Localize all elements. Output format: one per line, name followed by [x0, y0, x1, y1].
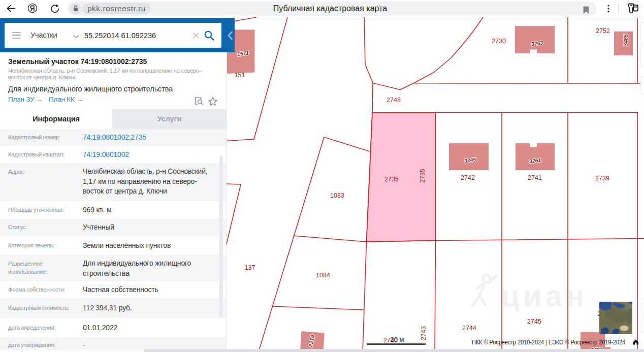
browser-menu-icon[interactable] — [604, 2, 613, 15]
parcel-label-2752: 2752 — [596, 27, 610, 35]
security-chip[interactable] — [70, 3, 81, 14]
parcel-label-2739: 2739 — [595, 175, 609, 182]
row-value: Челябинская область, р-н Сосновский, 1,1… — [83, 167, 221, 197]
row-label: Адрес: — [8, 168, 82, 176]
browser-toolbar: Публичная кадастровая карта pkk.rosreest… — [0, 0, 644, 17]
row-value: Для индивидуального жилищного строительс… — [83, 259, 221, 278]
row-label: дата утверждения: — [8, 341, 82, 349]
plan-preview-icon[interactable] — [195, 97, 205, 107]
building-label-3465: 3465 — [623, 34, 629, 46]
map-attribution: ПКК © Росреестр 2010-2024 | ЕЭКО © Росре… — [472, 339, 625, 346]
panel-tabs: Информация Услуги — [0, 109, 227, 129]
row-value-link[interactable]: 74:19:0801002:2735 — [83, 133, 221, 143]
parcel-label-137: 137 — [245, 264, 255, 271]
row-value: Частная собственность — [83, 285, 221, 295]
search-icon[interactable] — [203, 29, 216, 42]
parcel-usage-text: Для индивидуального жилищного строительс… — [8, 85, 227, 93]
parcel-info-panel: Земельный участок 74:19:0801002:2735 Чел… — [0, 53, 227, 352]
parcel-label-2748: 2748 — [387, 97, 401, 104]
chevron-down-icon[interactable] — [73, 34, 80, 39]
row-label: дата определения: — [8, 324, 82, 332]
domain-chip[interactable]: pkk.rosreestr.ru — [82, 3, 151, 14]
browser-window: циан — [0, 0, 644, 352]
row-label: Кадастровый номер: — [8, 134, 82, 142]
parcel-label-2735: 2735 — [384, 176, 399, 183]
collapse-panel-icon[interactable] — [227, 31, 233, 40]
table-row: Площадь уточненная:969 кв. м — [0, 201, 227, 218]
parcel-label-2741: 2741 — [528, 174, 542, 181]
lock-icon — [70, 3, 81, 14]
row-label: Кадастровый квартал: — [8, 151, 82, 159]
plan-kk-link[interactable]: План КК → — [49, 95, 83, 103]
panel-scrollbar[interactable] — [219, 156, 223, 318]
parcel-title: Земельный участок 74:19:0801002:2735 — [8, 57, 227, 66]
yandex-icon[interactable] — [27, 3, 38, 13]
row-value: Земли населённых пунктов — [83, 241, 221, 251]
tabs-panel-icon[interactable] — [625, 2, 638, 16]
parcel-label-2735: 2735 — [419, 169, 426, 183]
search-category-select[interactable]: Участки — [30, 23, 57, 48]
parcel-label-1084: 1084 — [316, 272, 330, 279]
row-label: Площадь уточненная: — [8, 206, 82, 214]
table-row: Кадастровая стоимость:112 394,31 руб. — [0, 298, 227, 318]
horizontal-scrollbar-thumb[interactable] — [144, 349, 644, 352]
parcel-attributes-table: Кадастровый номер:74:19:0801002:2735Када… — [0, 129, 227, 352]
parcel-label-151: 151 — [235, 72, 245, 79]
row-label: Статус: — [8, 223, 82, 232]
row-value: 969 кв. м — [83, 205, 221, 215]
parcel-label-2743: 2743 — [420, 326, 427, 340]
table-row: Кадастровый номер:74:19:0801002:2735 — [0, 129, 227, 146]
row-label: Разрешенное использование: — [8, 260, 82, 276]
row-value-link[interactable]: 74:19:0801002 — [83, 150, 221, 160]
table-row: Форма собственности:Частная собственност… — [0, 281, 227, 298]
table-row: Статус:Учтенный — [0, 218, 227, 236]
table-row: Адрес:Челябинская область, р-н Сосновски… — [0, 163, 227, 201]
parcel-label-2745: 2745 — [527, 318, 541, 325]
svg-text:20 м: 20 м — [390, 336, 404, 343]
search-box: Участки 55.252014 61.092236 — [5, 23, 221, 48]
table-row: Категория земель:Земли населённых пункто… — [0, 236, 227, 255]
bookmark-icon[interactable] — [582, 6, 590, 15]
search-panel: Участки 55.252014 61.092236 — [0, 18, 235, 52]
ya-letter — [30, 6, 34, 11]
back-icon[interactable] — [7, 4, 16, 13]
row-value: Учтенный — [83, 222, 221, 233]
row-label: Категория земель: — [8, 242, 82, 250]
svg-text:циан: циан — [501, 279, 588, 313]
horizontal-scrollbar[interactable] — [0, 349, 644, 352]
table-row: дата определения:01.01.2022 — [0, 318, 227, 337]
tab-services[interactable]: Услуги — [112, 109, 227, 129]
favorite-star-icon[interactable] — [208, 97, 218, 107]
parcel-label-2730: 2730 — [492, 38, 506, 45]
table-row: Кадастровый квартал:74:19:0801002 — [0, 146, 227, 164]
search-input[interactable]: 55.252014 61.092236 — [84, 23, 156, 48]
plan-zu-link[interactable]: План ЗУ → — [8, 95, 43, 103]
parcel-label-1083: 1083 — [330, 192, 344, 199]
url-text: pkk.rosreestr.ru — [87, 4, 146, 13]
parcel-label-2742: 2742 — [461, 174, 475, 181]
parcel-address-subtitle: Челябинская область, р-н Сосновский, 1,1… — [8, 67, 227, 81]
toolbar-divider — [618, 4, 619, 13]
table-row: Разрешенное использование:Для индивидуал… — [0, 255, 227, 281]
building-3263[interactable] — [515, 26, 555, 53]
row-label: Кадастровая стоимость: — [8, 304, 82, 312]
address-bar[interactable]: Публичная кадастровая карта pkk.rosreest… — [68, 2, 597, 16]
clear-icon[interactable] — [192, 32, 200, 39]
parcel-label-2744: 2744 — [462, 325, 476, 332]
menu-icon[interactable] — [12, 32, 21, 39]
tab-information[interactable]: Информация — [0, 109, 112, 129]
overview-map-thumbnail[interactable] — [599, 301, 634, 339]
refresh-icon[interactable] — [50, 4, 59, 13]
row-value: 112 394,31 руб. — [83, 303, 221, 313]
building-3261[interactable] — [516, 143, 555, 170]
row-label: Форма собственности: — [8, 286, 82, 294]
row-value: 01.01.2022 — [83, 323, 221, 333]
